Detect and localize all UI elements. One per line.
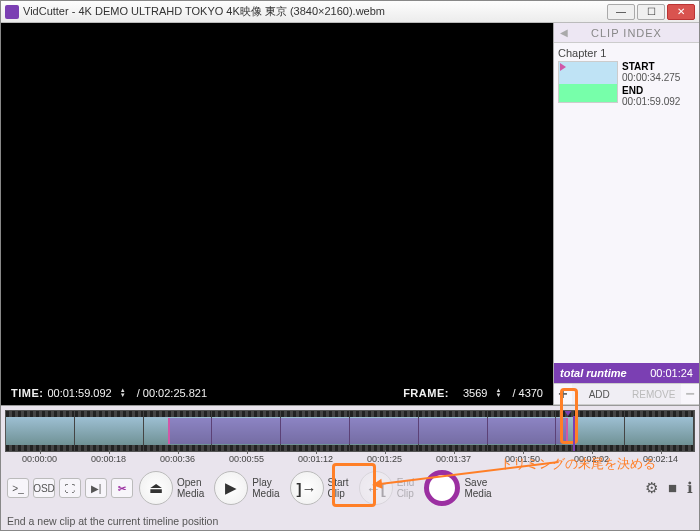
clip-index-title: CLIP INDEX (591, 27, 662, 39)
end-clip-button[interactable]: ←[ End Clip (357, 471, 421, 505)
eject-icon: ⏏ (149, 479, 163, 497)
remove-button[interactable]: REMOVE (627, 384, 682, 404)
frame-value: 3569 (463, 387, 487, 399)
clip-start-value: 00:00:34.275 (622, 72, 680, 83)
total-runtime-bar: total runtime 00:01:24 (554, 363, 699, 383)
time-total: / 00:02:25.821 (137, 387, 207, 399)
maximize-button[interactable]: ☐ (637, 4, 665, 20)
playhead[interactable] (562, 410, 574, 416)
video-info-bar: TIME: 00:01:59.092 ▲▼ / 00:02:25.821 FRA… (1, 381, 553, 405)
start-clip-icon: ]→ (297, 480, 317, 497)
collapse-icon[interactable]: ◀ (560, 27, 569, 38)
clip-end-value: 00:01:59.092 (622, 96, 680, 107)
play-icon: ▶ (225, 479, 237, 497)
clip-start-label: START (622, 61, 680, 72)
camera-icon[interactable]: ■ (668, 479, 677, 497)
tick-label: 00:01:12 (281, 454, 350, 464)
clip-end-label: END (622, 85, 680, 96)
statusbar: End a new clip at the current timeline p… (1, 512, 699, 530)
tick-label: 00:01:25 (350, 454, 419, 464)
scissors-button[interactable]: ✂ (111, 478, 133, 498)
tick-label: 00:00:55 (212, 454, 281, 464)
status-text: End a new clip at the current timeline p… (7, 515, 218, 527)
titlebar[interactable]: VidCutter - 4K DEMO ULTRAHD TOKYO 4K映像 東… (1, 1, 699, 23)
fullscreen-button[interactable]: ⛶ (59, 478, 81, 498)
clip-index-panel: ◀ CLIP INDEX Chapter 1 START 00:00:34.27… (553, 23, 699, 405)
time-value: 00:01:59.092 (47, 387, 111, 399)
clip-thumbnail (558, 61, 618, 103)
play-media-button[interactable]: ▶ Play Media (212, 471, 285, 505)
chapter-label: Chapter 1 (558, 47, 695, 59)
minimize-button[interactable]: — (607, 4, 635, 20)
video-area: TIME: 00:01:59.092 ▲▼ / 00:02:25.821 FRA… (1, 23, 553, 405)
annotation-text: トリミングの末尾を決める (500, 455, 656, 473)
add-plus-icon[interactable]: + (554, 384, 572, 404)
app-icon (5, 5, 19, 19)
tick-label: 00:00:00 (5, 454, 74, 464)
frame-total: / 4370 (512, 387, 543, 399)
time-stepper[interactable]: ▲▼ (120, 386, 129, 400)
tick-label: 00:00:36 (143, 454, 212, 464)
skip-button[interactable]: ▶| (85, 478, 107, 498)
gear-icon[interactable]: ⚙ (645, 479, 658, 497)
start-clip-button[interactable]: ]→ Start Clip (288, 471, 355, 505)
video-canvas[interactable] (1, 23, 553, 381)
terminal-button[interactable]: >_ (7, 478, 29, 498)
runtime-value: 00:01:24 (650, 367, 693, 379)
close-button[interactable]: ✕ (667, 4, 695, 20)
add-button[interactable]: ADD (572, 384, 627, 404)
clip-index-header: ◀ CLIP INDEX (554, 23, 699, 43)
osd-button[interactable]: OSD (33, 478, 55, 498)
tick-label: 00:00:18 (74, 454, 143, 464)
frame-stepper[interactable]: ▲▼ (495, 386, 504, 400)
window-title: VidCutter - 4K DEMO ULTRAHD TOKYO 4K映像 東… (23, 4, 385, 19)
remove-minus-icon[interactable]: − (681, 384, 699, 404)
open-media-button[interactable]: ⏏ Open Media (137, 471, 210, 505)
info-icon[interactable]: ℹ (687, 479, 693, 497)
selection-range[interactable] (168, 418, 568, 444)
runtime-label: total runtime (560, 367, 627, 379)
time-label: TIME: (11, 387, 43, 399)
timeline[interactable] (5, 410, 695, 452)
tick-label: 00:01:37 (419, 454, 488, 464)
frame-label: FRAME: (403, 387, 449, 399)
clip-card[interactable]: Chapter 1 START 00:00:34.275 END 00:01:5… (558, 47, 695, 109)
